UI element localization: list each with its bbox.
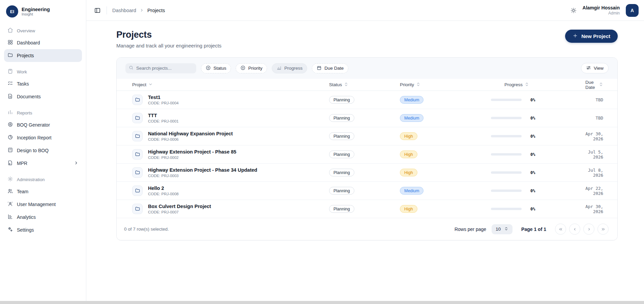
status-badge: Planning xyxy=(329,96,354,104)
rows-per-page-label: Rows per page xyxy=(455,227,486,232)
project-code: CODE: PRJ-0006 xyxy=(148,137,233,141)
sidebar-item-mpr[interactable]: MPR xyxy=(4,157,82,170)
breadcrumb-dashboard[interactable]: Dashboard xyxy=(112,8,136,13)
breadcrumb-separator-icon xyxy=(140,8,144,12)
project-code: CODE: PRJ-0002 xyxy=(148,156,236,160)
sidebar-item-dashboard[interactable]: Dashboard xyxy=(4,36,82,49)
sidebar-item-user-management[interactable]: User Management xyxy=(4,198,82,211)
avatar[interactable]: A xyxy=(626,4,639,17)
priority-badge: High xyxy=(400,205,417,213)
table-row[interactable]: TTT CODE: PRJ-0001 Planning Medium 0% TB… xyxy=(117,109,617,127)
progress-bar xyxy=(491,99,522,101)
project-code: CODE: PRJ-0001 xyxy=(148,119,179,123)
search-icon xyxy=(129,65,134,71)
sidebar-item-inception-report[interactable]: Inception Report xyxy=(4,131,82,144)
sidebar-section-reports: Reports xyxy=(4,106,82,119)
user-role: Admin xyxy=(583,11,620,15)
clipboard-icon xyxy=(7,68,13,75)
rows-per-page-select[interactable]: 10 xyxy=(492,224,513,234)
progress-percent: 0% xyxy=(530,98,535,102)
status-badge: Planning xyxy=(329,114,354,122)
new-project-button[interactable]: New Project xyxy=(565,30,618,43)
previous-page-button[interactable] xyxy=(569,224,580,235)
column-header-project[interactable]: Project xyxy=(132,82,329,88)
sidebar: EI Engineering Insight Overview Dashboar… xyxy=(0,0,86,304)
user-name: Alamgir Hossain xyxy=(583,5,620,11)
dashboard-grid-icon xyxy=(7,39,13,46)
project-code: CODE: PRJ-0008 xyxy=(148,192,179,196)
due-date: TBD xyxy=(585,115,603,121)
project-code: CODE: PRJ-0007 xyxy=(148,210,211,214)
progress-bar xyxy=(491,190,522,192)
selection-count: 0 of 7 row(s) selected. xyxy=(124,227,169,232)
chevrons-up-down-icon xyxy=(504,227,508,232)
pagination xyxy=(555,224,609,235)
analytics-chart-icon xyxy=(7,214,13,221)
filter-progress-button[interactable]: Progress xyxy=(272,63,307,73)
priority-badge: High xyxy=(400,132,417,140)
search-box[interactable] xyxy=(125,63,196,73)
search-input[interactable] xyxy=(136,66,193,71)
project-folder-icon xyxy=(132,95,143,105)
due-date: Jul 5, 2026 xyxy=(585,149,603,160)
user-info: Alamgir Hossain Admin xyxy=(583,5,620,15)
sidebar-item-projects[interactable]: Projects xyxy=(4,49,82,62)
calendar-icon xyxy=(317,65,322,71)
priority-badge: Medium xyxy=(400,96,423,104)
view-options-button[interactable]: View xyxy=(581,63,609,73)
project-name: TTT xyxy=(148,113,179,119)
sidebar-item-boq-generator[interactable]: BOQ Generator xyxy=(4,119,82,131)
progress-percent: 0% xyxy=(530,170,535,175)
user-cog-icon xyxy=(7,201,13,208)
table-row[interactable]: Box Culvert Design Project CODE: PRJ-000… xyxy=(117,200,617,218)
column-header-due-date[interactable]: Due Date xyxy=(585,80,603,90)
filter-status-button[interactable]: Status xyxy=(201,63,231,73)
last-page-button[interactable] xyxy=(597,224,609,235)
gears-icon xyxy=(7,227,13,233)
column-header-progress[interactable]: Progress xyxy=(491,82,585,88)
due-date: Apr 30, 2026 xyxy=(585,204,603,214)
sidebar-item-settings[interactable]: Settings xyxy=(4,224,82,236)
table-row[interactable]: Hello 2 CODE: PRJ-0008 Planning Medium 0… xyxy=(117,182,617,200)
page-indicator: Page 1 of 1 xyxy=(521,227,546,232)
sidebar-item-tasks[interactable]: Tasks xyxy=(4,77,82,90)
filter-due-date-button[interactable]: Due Date xyxy=(312,63,348,73)
priority-badge: High xyxy=(400,169,417,176)
due-date: Jul 8, 2026 xyxy=(585,168,603,178)
status-badge: Planning xyxy=(329,187,354,195)
window-bottom-edge xyxy=(0,301,644,304)
sort-icon xyxy=(344,82,348,88)
first-page-button[interactable] xyxy=(555,224,566,235)
next-page-button[interactable] xyxy=(583,224,594,235)
file-report-icon xyxy=(7,160,13,167)
main-area: Dashboard Projects Alamgir Hossain Admin… xyxy=(86,0,644,304)
table-row[interactable]: National Highway Expansion Project CODE:… xyxy=(117,127,617,145)
project-name: Box Culvert Design Project xyxy=(148,204,211,209)
progress-percent: 0% xyxy=(530,134,535,139)
folder-icon xyxy=(7,52,13,59)
status-badge: Planning xyxy=(329,150,354,158)
table-row[interactable]: Test1 CODE: PRJ-0004 Planning Medium 0% … xyxy=(117,91,617,109)
table-row[interactable]: Highway Extension Project - Phase 34 Upd… xyxy=(117,164,617,182)
sidebar-item-documents[interactable]: Documents xyxy=(4,90,82,103)
progress-percent: 0% xyxy=(530,189,535,193)
progress-bar xyxy=(491,153,522,156)
sidebar-item-design-to-boq[interactable]: Design to BOQ xyxy=(4,144,82,157)
column-header-status[interactable]: Status xyxy=(329,82,400,88)
column-header-priority[interactable]: Priority xyxy=(400,82,491,88)
sidebar-section-work: Work xyxy=(4,65,82,77)
table-row[interactable]: Highway Extension Project - Phase 85 COD… xyxy=(117,145,617,164)
top-header: Dashboard Projects Alamgir Hossain Admin… xyxy=(86,0,644,21)
sidebar-item-team[interactable]: Team xyxy=(4,185,82,198)
due-date: Apr 30, 2026 xyxy=(585,131,603,141)
project-name: Hello 2 xyxy=(148,185,179,191)
breadcrumb: Dashboard Projects xyxy=(112,8,165,13)
project-folder-icon xyxy=(132,113,143,123)
theme-toggle-sun-icon[interactable] xyxy=(570,7,577,13)
sidebar-toggle-icon[interactable] xyxy=(92,5,103,15)
filter-priority-button[interactable]: Priority xyxy=(236,63,267,73)
priority-badge: Medium xyxy=(400,114,423,122)
due-date: TBD xyxy=(585,97,603,102)
project-name: Test1 xyxy=(148,95,179,100)
sidebar-item-analytics[interactable]: Analytics xyxy=(4,211,82,224)
